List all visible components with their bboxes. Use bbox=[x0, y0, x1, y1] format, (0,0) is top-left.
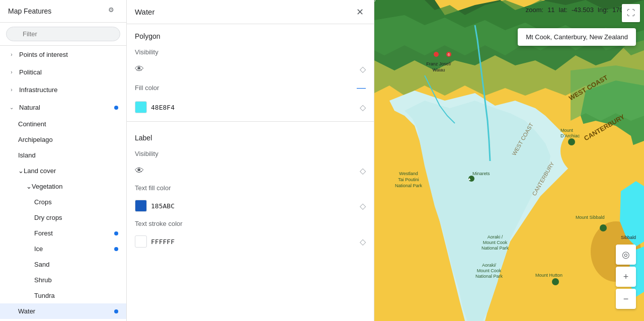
sidebar-item-forest[interactable]: Forest bbox=[0, 225, 126, 241]
sidebar-item-dry-crops[interactable]: Dry crops bbox=[0, 210, 126, 225]
sidebar-item-continent[interactable]: Continent bbox=[0, 116, 126, 132]
sidebar-item-label: Vegetation bbox=[32, 183, 62, 190]
polygon-section-label: Polygon bbox=[127, 24, 374, 44]
fill-color-swatch[interactable] bbox=[135, 101, 147, 113]
sidebar-item-tundra[interactable]: Tundra bbox=[0, 288, 126, 303]
chevron-down-icon: ⌄ bbox=[26, 183, 32, 190]
diamond-icon[interactable]: ◇ bbox=[360, 201, 366, 211]
diamond-icon[interactable]: ◇ bbox=[360, 103, 366, 112]
left-header: Map Features ⚙ bbox=[0, 0, 126, 23]
sidebar-item-label: Land cover bbox=[24, 167, 56, 175]
polygon-visibility-row: Visibility bbox=[127, 44, 374, 60]
fill-color-swatch-group: 48E8F4 bbox=[135, 101, 175, 113]
text-fill-color-label: Text fill color bbox=[135, 184, 171, 192]
app-title: Map Features bbox=[8, 7, 51, 15]
sidebar-item-label: Continent bbox=[18, 120, 46, 128]
sidebar-item-water[interactable]: Water bbox=[0, 303, 126, 319]
sidebar-item-infrastructure[interactable]: › Infrastructure bbox=[0, 81, 126, 99]
sidebar-item-natural[interactable]: ⌄ Natural bbox=[0, 99, 126, 116]
text-stroke-color-swatch-group: FFFFFF bbox=[135, 235, 175, 248]
filter-input[interactable] bbox=[6, 27, 120, 41]
map-tooltip: Mt Cook, Canterbury, New Zealand bbox=[518, 28, 636, 46]
sidebar-item-label: Points of interest bbox=[19, 51, 68, 58]
sidebar-item-label: Ice bbox=[34, 245, 43, 253]
filter-wrapper: ≡ bbox=[6, 27, 120, 41]
sidebar-item-label: Forest bbox=[34, 229, 53, 237]
sidebar-item-crops[interactable]: Crops bbox=[0, 194, 126, 210]
sidebar-item-shrub[interactable]: Shrub bbox=[0, 272, 126, 288]
close-button[interactable]: ✕ bbox=[354, 6, 366, 19]
sidebar-item-land-cover[interactable]: ⌄ Land cover bbox=[0, 163, 126, 179]
detail-header: Water ✕ bbox=[127, 0, 374, 24]
zoom-out-button[interactable]: − bbox=[616, 289, 636, 309]
forest-dot bbox=[114, 231, 118, 235]
sidebar-item-points-of-interest[interactable]: › Points of interest bbox=[0, 46, 126, 63]
polygon-visibility-label: Visibility bbox=[135, 48, 158, 56]
sidebar-item-archipelago[interactable]: Archipelago bbox=[0, 132, 126, 147]
lng-label: lng: bbox=[598, 6, 608, 14]
lat-value: -43.503 bbox=[572, 6, 594, 14]
sidebar-item-sand[interactable]: Sand bbox=[0, 257, 126, 272]
diamond-icon[interactable]: ◇ bbox=[360, 237, 366, 247]
eye-icon[interactable]: 👁 bbox=[135, 166, 144, 176]
zoom-label: zoom: bbox=[526, 6, 543, 14]
sidebar-item-label: Tundra bbox=[34, 292, 55, 299]
text-stroke-color-value: FFFFFF bbox=[151, 238, 175, 246]
fullscreen-button[interactable]: ⛶ bbox=[622, 4, 640, 22]
zoom-in-icon: + bbox=[623, 272, 629, 282]
label-visibility-control: 👁 ◇ bbox=[127, 162, 374, 180]
gear-icon[interactable]: ⚙ bbox=[108, 6, 118, 16]
chevron-right-icon: › bbox=[8, 52, 15, 57]
text-fill-color-row: Text fill color bbox=[127, 180, 374, 196]
ice-dot bbox=[114, 247, 118, 251]
sidebar-item-label: Dry crops bbox=[34, 214, 62, 221]
fill-color-value: 48E8F4 bbox=[151, 104, 175, 111]
water-dot bbox=[114, 309, 118, 313]
label-visibility-row: Visibility bbox=[127, 146, 374, 162]
sidebar-item-island[interactable]: Island bbox=[0, 147, 126, 163]
sidebar-item-label: Crops bbox=[34, 198, 52, 206]
sidebar-item-label: Infrastructure bbox=[19, 86, 58, 94]
map-panel[interactable]: zoom: 11 lat: -43.503 lng: 170.306 bbox=[374, 0, 644, 321]
text-stroke-color-label: Text stroke color bbox=[135, 220, 183, 227]
eye-icon[interactable]: 👁 bbox=[135, 64, 144, 74]
tooltip-text: Mt Cook, Canterbury, New Zealand bbox=[526, 33, 628, 41]
chevron-right-icon: › bbox=[8, 69, 15, 75]
sidebar-item-political[interactable]: › Political bbox=[0, 63, 126, 81]
sidebar-item-label: Shrub bbox=[34, 276, 52, 284]
sidebar-item-label: Archipelago bbox=[18, 136, 53, 143]
map-zoom-info: zoom: 11 lat: -43.503 lng: 170.306 bbox=[526, 6, 636, 14]
sidebar-item-label: Island bbox=[18, 151, 36, 159]
left-panel: Map Features ⚙ ≡ › Points of interest › … bbox=[0, 0, 127, 321]
text-stroke-color-control: FFFFFF ◇ bbox=[127, 231, 374, 252]
diamond-icon[interactable]: ◇ bbox=[360, 166, 366, 176]
text-stroke-color-swatch[interactable] bbox=[135, 235, 147, 248]
fill-color-control: 48E8F4 ◇ bbox=[127, 97, 374, 117]
chevron-down-icon: ⌄ bbox=[8, 105, 15, 110]
zoom-in-button[interactable]: + bbox=[616, 267, 636, 287]
detail-title: Water bbox=[135, 8, 154, 16]
sidebar-item-label: Sand bbox=[34, 261, 49, 268]
filter-bar: ≡ bbox=[0, 23, 126, 46]
map-svg bbox=[374, 0, 644, 321]
text-fill-color-control: 185ABC ◇ bbox=[127, 196, 374, 216]
sidebar-item-ice[interactable]: Ice bbox=[0, 241, 126, 257]
label-section-label: Label bbox=[127, 126, 374, 146]
zoom-value: 11 bbox=[547, 6, 554, 14]
location-icon: ◎ bbox=[622, 249, 630, 260]
map-controls: ◎ + − bbox=[616, 245, 636, 309]
text-fill-color-swatch-group: 185ABC bbox=[135, 200, 175, 212]
fill-color-minus[interactable]: — bbox=[357, 83, 366, 93]
sidebar-item-label: Water bbox=[18, 307, 35, 315]
text-fill-color-value: 185ABC bbox=[151, 202, 175, 210]
text-stroke-color-row: Text stroke color bbox=[127, 216, 374, 231]
text-fill-color-swatch[interactable] bbox=[135, 200, 147, 212]
location-button[interactable]: ◎ bbox=[616, 245, 636, 265]
lat-label: lat: bbox=[559, 6, 568, 14]
diamond-icon[interactable]: ◇ bbox=[360, 64, 366, 74]
polygon-visibility-control: 👁 ◇ bbox=[127, 60, 374, 78]
label-visibility-label: Visibility bbox=[135, 150, 158, 157]
sidebar-item-vegetation[interactable]: ⌄ Vegetation bbox=[0, 179, 126, 194]
sidebar-item-background[interactable]: Background bbox=[0, 319, 126, 321]
sidebar-item-label: Political bbox=[19, 68, 42, 76]
